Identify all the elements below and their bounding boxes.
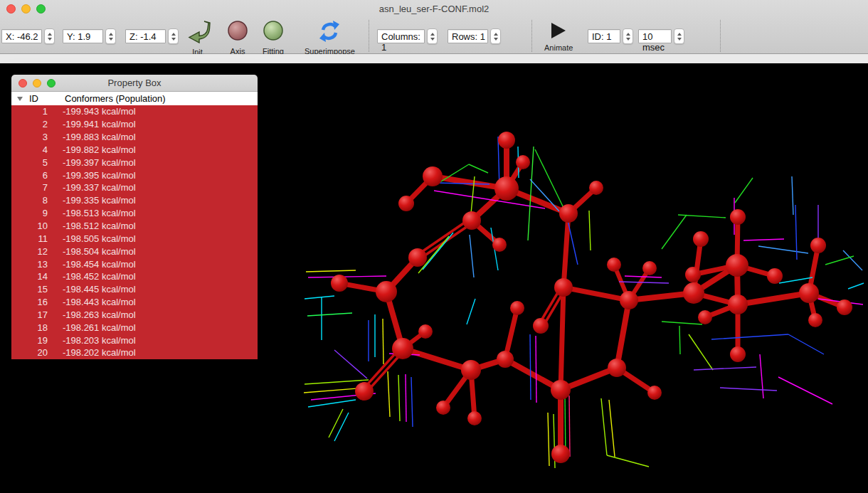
row-id: 5 xyxy=(11,157,48,168)
table-row[interactable]: 3-199.883 kcal/mol xyxy=(11,131,258,144)
row-energy: -198.443 kcal/mol xyxy=(63,297,136,307)
table-row[interactable]: 8-199.335 kcal/mol xyxy=(11,194,258,207)
atom-sphere xyxy=(516,155,530,169)
row-id: 14 xyxy=(11,271,48,282)
row-id: 20 xyxy=(11,347,48,358)
atom-sphere xyxy=(726,254,748,277)
row-energy: -199.943 kcal/mol xyxy=(63,106,136,117)
atom-sphere xyxy=(685,267,701,282)
row-id: 18 xyxy=(11,322,48,333)
z-coordinate-stepper[interactable] xyxy=(168,28,179,44)
table-row[interactable]: 15-198.445 kcal/mol xyxy=(11,283,258,296)
table-row[interactable]: 2-199.941 kcal/mol xyxy=(11,118,258,131)
property-box-titlebar: Property Box xyxy=(11,75,258,92)
conformer-id-field[interactable]: ID: 1 xyxy=(588,29,620,43)
table-row[interactable]: 13-198.454 kcal/mol xyxy=(11,258,258,270)
table-row[interactable]: 16-198.443 kcal/mol xyxy=(11,296,258,309)
row-energy: -198.454 kcal/mol xyxy=(63,259,136,270)
row-energy: -198.261 kcal/mol xyxy=(63,322,136,333)
row-energy: -199.883 kcal/mol xyxy=(63,132,136,142)
table-row[interactable]: 1-199.943 kcal/mol xyxy=(11,105,258,118)
y-coordinate-stepper[interactable] xyxy=(105,28,116,44)
rows-stepper[interactable] xyxy=(490,28,501,44)
atom-sphere xyxy=(808,313,822,327)
atom-sphere xyxy=(698,310,712,324)
row-energy: -198.504 kcal/mol xyxy=(63,246,136,257)
table-row[interactable]: 6-199.395 kcal/mol xyxy=(11,169,258,181)
table-row[interactable]: 18-198.261 kcal/mol xyxy=(11,321,258,334)
conformer-id-stepper[interactable] xyxy=(623,28,633,44)
table-row[interactable]: 17-198.263 kcal/mol xyxy=(11,309,258,322)
table-row[interactable]: 12-198.504 kcal/mol xyxy=(11,245,258,258)
atom-sphere xyxy=(837,299,852,315)
atom-sphere xyxy=(607,258,621,272)
table-row[interactable]: 7-199.337 kcal/mol xyxy=(11,181,258,194)
x-coordinate-field[interactable]: X: -46.2 xyxy=(1,29,42,43)
row-id: 11 xyxy=(11,233,48,244)
atom-sphere xyxy=(559,204,578,223)
row-id: 17 xyxy=(11,309,48,320)
disclosure-triangle-icon[interactable] xyxy=(17,97,23,101)
row-id: 3 xyxy=(11,132,48,142)
row-energy: -198.203 kcal/mol xyxy=(63,335,136,346)
atom-sphere xyxy=(730,209,746,225)
table-row[interactable]: 14-198.452 kcal/mol xyxy=(11,270,258,283)
row-energy: -199.882 kcal/mol xyxy=(63,144,136,155)
row-energy: -199.941 kcal/mol xyxy=(63,119,136,129)
rows-field[interactable]: Rows: 1 xyxy=(448,29,488,43)
row-id: 9 xyxy=(11,208,48,218)
row-id: 2 xyxy=(11,119,48,129)
z-coordinate-field[interactable]: Z: -1.4 xyxy=(125,29,166,43)
columns-stepper[interactable] xyxy=(427,28,438,44)
play-icon xyxy=(551,22,566,42)
atom-sphere xyxy=(608,359,626,377)
atom-sphere xyxy=(467,411,482,425)
atom-sphere xyxy=(331,275,348,292)
interval-field[interactable]: 10 msec xyxy=(638,29,672,43)
toolbar: X: -46.2 Y: 1.9 Z: -1.4 Init. xyxy=(0,18,868,54)
row-id: 15 xyxy=(11,284,48,295)
table-header: ID Conformers (Population) xyxy=(11,92,258,105)
table-row[interactable]: 20-198.202 kcal/mol xyxy=(11,346,258,359)
row-id: 4 xyxy=(11,144,48,155)
atom-sphere xyxy=(551,380,571,400)
atom-sphere xyxy=(728,295,748,314)
axis-sphere-icon xyxy=(226,20,249,46)
row-id: 12 xyxy=(11,246,48,257)
atom-sphere xyxy=(392,338,413,359)
superimpose-button[interactable]: Superimpopse xyxy=(305,20,355,55)
table-row[interactable]: 4-199.882 kcal/mol xyxy=(11,144,258,157)
atom-sphere xyxy=(551,445,570,463)
window-chrome: asn_leu_ser-F-CONF.mol2 X: -46.2 Y: 1.9 … xyxy=(0,0,868,54)
atom-sphere xyxy=(376,281,397,302)
table-row[interactable]: 5-199.397 kcal/mol xyxy=(11,156,258,169)
x-coordinate-stepper[interactable] xyxy=(44,28,55,44)
row-energy: -198.202 kcal/mol xyxy=(63,347,136,358)
atom-sphere xyxy=(693,231,709,247)
row-energy: -198.263 kcal/mol xyxy=(63,309,136,320)
table-row[interactable]: 9-198.513 kcal/mol xyxy=(11,207,258,220)
row-id: 7 xyxy=(11,182,48,193)
init-button[interactable]: Init. xyxy=(186,20,211,56)
columns-field[interactable]: Columns: 1 xyxy=(377,29,425,43)
axis-button[interactable]: Axis xyxy=(226,20,249,55)
fitting-button[interactable]: Fitting xyxy=(262,20,285,55)
y-coordinate-field[interactable]: Y: 1.9 xyxy=(63,29,103,43)
row-id: 13 xyxy=(11,259,48,270)
toolbar-separator xyxy=(369,20,369,52)
table-row[interactable]: 19-198.203 kcal/mol xyxy=(11,334,258,346)
row-id: 10 xyxy=(11,221,48,231)
atom-sphere xyxy=(510,301,524,315)
atom-sphere xyxy=(683,282,704,304)
refresh-arrows-icon xyxy=(317,20,342,46)
table-row[interactable]: 11-198.505 kcal/mol xyxy=(11,232,258,245)
animate-button[interactable]: Animate xyxy=(544,22,573,52)
row-energy: -198.505 kcal/mol xyxy=(63,233,136,244)
atom-sphere xyxy=(767,268,783,284)
row-energy: -198.512 kcal/mol xyxy=(63,221,136,231)
table-row[interactable]: 10-198.512 kcal/mol xyxy=(11,220,258,233)
column-header-conformers: Conformers (Population) xyxy=(65,93,166,104)
title-bar: asn_leu_ser-F-CONF.mol2 xyxy=(0,0,868,18)
interval-stepper[interactable] xyxy=(674,28,684,44)
atom-sphere xyxy=(730,346,746,362)
